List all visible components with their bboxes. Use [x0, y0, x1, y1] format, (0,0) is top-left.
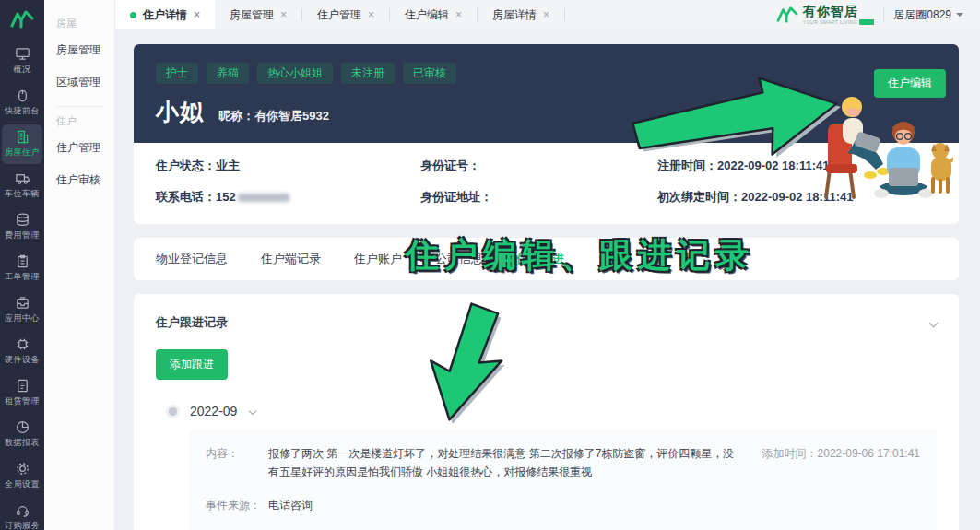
field-value: 2022-09-02 18:11:41 [717, 159, 829, 172]
tag-nurse: 护士 [156, 63, 198, 84]
sidebar-item-fees[interactable]: 费用管理 [2, 207, 42, 247]
tab-property-registration[interactable]: 物业登记信息 [156, 251, 228, 267]
people-illustration [815, 79, 953, 219]
field-label: 注册时间： [657, 159, 717, 172]
field-id-number: 身份证号： [420, 158, 657, 174]
timeline-dot-icon [169, 407, 177, 416]
tab-house-detail[interactable]: 房屋详情 × [478, 0, 564, 29]
sidebar-item-reports[interactable]: 数据报表 [2, 415, 42, 454]
dashboard-icon [15, 46, 30, 62]
close-icon[interactable]: × [368, 8, 374, 21]
sidebar-item-subscription[interactable]: 订购服务 [2, 498, 42, 530]
settings-icon [15, 461, 30, 477]
sidebar-item-front-desk[interactable]: 快捷前台 [2, 83, 42, 123]
sidebar-item-label: 概况 [14, 64, 31, 76]
timeline-group: 2022-09 [156, 404, 937, 418]
submenu-item-resident-management[interactable]: 住户管理 [56, 132, 114, 164]
account-menu[interactable]: 居居圈0829 [893, 7, 963, 23]
submenu-item-house-management[interactable]: 房屋管理 [56, 34, 114, 66]
sidebar-item-hardware[interactable]: 硬件设备 [2, 332, 42, 371]
vehicle-icon [15, 171, 30, 186]
close-icon[interactable]: × [194, 8, 200, 21]
followup-card: 住户跟进记录 添加跟进 2022-09 内容： 报修了两次 第一次是楼道灯坏了，… [134, 294, 959, 530]
brand-logo-icon [776, 6, 798, 24]
field-label: 初次绑定时间： [657, 190, 741, 204]
sidebar-item-label: 订购服务 [5, 520, 40, 530]
resident-profile-card: 护士 养猫 热心小姐姐 未注册 已审核 小姒 昵称：有你智居5932 住户编辑 [134, 44, 959, 224]
close-icon[interactable]: × [280, 8, 287, 21]
sidebar-item-label: 全局设置 [5, 478, 40, 490]
main-area: 住户详情 × 房屋管理 × 住户管理 × 住户编辑 × [115, 0, 980, 530]
submenu-item-resident-review[interactable]: 住户审核 [56, 164, 114, 196]
sidebar-item-app-center[interactable]: 应用中心 [2, 290, 42, 330]
account-divider [883, 7, 884, 22]
sidebar-item-overview[interactable]: 概况 [2, 41, 42, 81]
close-icon[interactable]: × [543, 8, 549, 21]
resident-name: 小姒 [156, 97, 204, 127]
sidebar-item-parking-vehicles[interactable]: 车位车辆 [2, 166, 42, 206]
detail-tabs-card: 物业登记信息 住户端记录 住户账户 公司信息 住户跟进 [134, 238, 959, 280]
brand-badge [859, 19, 874, 25]
close-icon[interactable]: × [455, 8, 462, 21]
tag-cat-owner: 养猫 [207, 63, 249, 84]
record-row-source: 事件来源： 电话咨询 [206, 496, 920, 514]
tab-company-info[interactable]: 公司信息 [435, 251, 483, 267]
submenu-section-house: 房屋 [56, 17, 114, 30]
tab-resident-followup[interactable]: 住户跟进 [516, 251, 564, 267]
tab-label: 房屋详情 [492, 7, 537, 23]
sidebar-item-label: 租赁管理 [5, 395, 40, 407]
followup-record: 内容： 报修了两次 第一次是楼道灯坏了，对处理结果很满意 第二次报修了7栋防盗窗… [189, 430, 937, 530]
app-logo-icon [10, 0, 34, 41]
phone-redacted [238, 194, 289, 202]
brand-tagline: YOUR SMART LIVING [803, 20, 857, 25]
tab-resident-app-records[interactable]: 住户端记录 [261, 251, 321, 267]
timeline-month[interactable]: 2022-09 [190, 404, 237, 418]
record-row-content: 内容： 报修了两次 第一次是楼道灯坏了，对处理结果很满意 第二次报修了7栋防盗窗… [206, 444, 920, 482]
collapse-chevron-icon[interactable] [929, 318, 939, 327]
submenu-sidebar: 房屋 房屋管理 区域管理 住户 住户管理 住户审核 [44, 0, 115, 530]
sidebar-item-label: 硬件设备 [5, 354, 40, 366]
added-time-value: 2022-09-06 17:01:41 [818, 447, 920, 460]
tab-resident-edit[interactable]: 住户编辑 × [390, 0, 477, 29]
tab-resident-management[interactable]: 住户管理 × [302, 0, 389, 29]
sidebar-item-work-orders[interactable]: 工单管理 [2, 249, 42, 289]
submenu-item-area-management[interactable]: 区域管理 [56, 66, 114, 99]
work-order-icon [15, 253, 30, 269]
add-followup-button[interactable]: 添加跟进 [156, 349, 228, 380]
tab-house-management[interactable]: 房屋管理 × [215, 0, 301, 29]
field-id-address: 身份证地址： [420, 189, 657, 206]
record-value: 电话咨询 [268, 496, 313, 514]
tag-unregistered: 未注册 [341, 63, 395, 84]
record-label: 事件来源： [206, 496, 268, 514]
tab-strip: 住户详情 × 房屋管理 × 住户管理 × 住户编辑 × [115, 0, 565, 29]
field-resident-status: 住户状态：业主 [156, 158, 420, 174]
tab-label: 房屋管理 [230, 7, 274, 23]
field-value: 业主 [216, 159, 240, 172]
tab-resident-account[interactable]: 住户账户 [354, 251, 402, 267]
sidebar-item-lease[interactable]: 租赁管理 [2, 373, 42, 413]
sidebar-item-label: 车位车辆 [5, 188, 40, 200]
content-area: 护士 养猫 热心小姐姐 未注册 已审核 小姒 昵称：有你智居5932 住户编辑 [115, 29, 980, 530]
sidebar-item-label: 工单管理 [5, 271, 40, 283]
sidebar-item-settings[interactable]: 全局设置 [2, 456, 42, 496]
active-dot-icon [130, 12, 136, 18]
icon-sidebar: 概况 快捷前台 房屋住户 车位车辆 费用管理 工单管理 应用中心 硬件设备 [0, 0, 44, 530]
tab-resident-detail[interactable]: 住户详情 × [115, 0, 215, 29]
tab-divider [564, 8, 565, 21]
tag-reviewed: 已审核 [403, 63, 456, 84]
front-desk-icon [15, 88, 30, 103]
service-icon [15, 502, 30, 518]
chevron-down-icon[interactable] [249, 407, 256, 415]
reports-icon [15, 419, 30, 435]
topbar: 住户详情 × 房屋管理 × 住户管理 × 住户编辑 × [115, 0, 980, 29]
sidebar-item-housing-residents[interactable]: 房屋住户 [2, 124, 42, 164]
nickname-value: 有你智居5932 [254, 109, 329, 123]
brand-logo: 有你智居 YOUR SMART LIVING [776, 5, 874, 25]
tab-label: 住户管理 [317, 7, 361, 23]
sidebar-item-label: 快捷前台 [5, 105, 40, 117]
record-value: 报修了两次 第一次是楼道灯坏了，对处理结果很满意 第二次报修了7栋防盗窗，评价四… [268, 444, 740, 482]
fees-icon [15, 212, 30, 228]
field-value: 152 [216, 190, 236, 204]
resident-edit-button[interactable]: 住户编辑 [874, 69, 946, 98]
chevron-down-icon [956, 13, 963, 20]
